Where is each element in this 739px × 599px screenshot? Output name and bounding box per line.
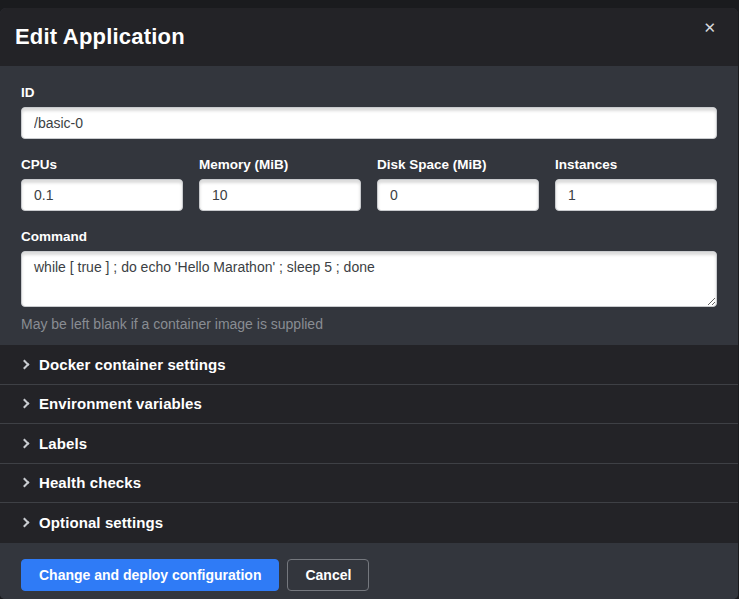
disk-space-input[interactable] bbox=[377, 179, 539, 211]
resources-field-row: CPUs Memory (MiB) Disk Space (MiB) Insta… bbox=[21, 157, 717, 211]
section-label: Environment variables bbox=[39, 395, 202, 412]
cpus-field-group: CPUs bbox=[21, 157, 183, 211]
instances-input[interactable] bbox=[555, 179, 717, 211]
chevron-right-icon bbox=[20, 438, 30, 448]
chevron-right-icon bbox=[20, 518, 30, 528]
id-field-group: ID bbox=[21, 85, 717, 139]
id-input[interactable] bbox=[21, 107, 717, 139]
memory-field-group: Memory (MiB) bbox=[199, 157, 361, 211]
close-icon[interactable]: ✕ bbox=[703, 20, 716, 35]
instances-label: Instances bbox=[555, 157, 717, 172]
section-label: Health checks bbox=[39, 474, 141, 491]
section-docker-container-settings[interactable]: Docker container settings bbox=[0, 345, 738, 385]
collapsible-sections: Docker container settings Environment va… bbox=[0, 345, 738, 543]
modal-header: Edit Application ✕ bbox=[0, 8, 738, 66]
chevron-right-icon bbox=[20, 359, 30, 369]
memory-input[interactable] bbox=[199, 179, 361, 211]
cancel-button[interactable]: Cancel bbox=[287, 559, 369, 591]
command-field-group: Command while [ true ] ; do echo 'Hello … bbox=[21, 229, 717, 332]
section-label: Optional settings bbox=[39, 514, 163, 531]
modal-footer: Change and deploy configuration Cancel bbox=[0, 543, 738, 599]
disk-field-group: Disk Space (MiB) bbox=[377, 157, 539, 211]
modal-body: ID CPUs Memory (MiB) Disk Space (MiB) In… bbox=[0, 66, 738, 345]
section-labels[interactable]: Labels bbox=[0, 424, 738, 464]
page-title: Edit Application bbox=[15, 24, 185, 50]
change-and-deploy-button[interactable]: Change and deploy configuration bbox=[21, 559, 279, 591]
chevron-right-icon bbox=[20, 399, 30, 409]
cpus-label: CPUs bbox=[21, 157, 183, 172]
command-label: Command bbox=[21, 229, 717, 244]
section-label: Labels bbox=[39, 435, 87, 452]
section-label: Docker container settings bbox=[39, 356, 226, 373]
section-environment-variables[interactable]: Environment variables bbox=[0, 385, 738, 425]
section-health-checks[interactable]: Health checks bbox=[0, 464, 738, 504]
command-textarea[interactable]: while [ true ] ; do echo 'Hello Marathon… bbox=[21, 251, 717, 307]
section-optional-settings[interactable]: Optional settings bbox=[0, 503, 738, 543]
command-help-text: May be left blank if a container image i… bbox=[21, 316, 717, 332]
id-label: ID bbox=[21, 85, 717, 100]
cpus-input[interactable] bbox=[21, 179, 183, 211]
edit-application-modal: Edit Application ✕ ID CPUs Memory (MiB) … bbox=[0, 8, 738, 599]
disk-space-label: Disk Space (MiB) bbox=[377, 157, 539, 172]
chevron-right-icon bbox=[20, 478, 30, 488]
instances-field-group: Instances bbox=[555, 157, 717, 211]
memory-label: Memory (MiB) bbox=[199, 157, 361, 172]
